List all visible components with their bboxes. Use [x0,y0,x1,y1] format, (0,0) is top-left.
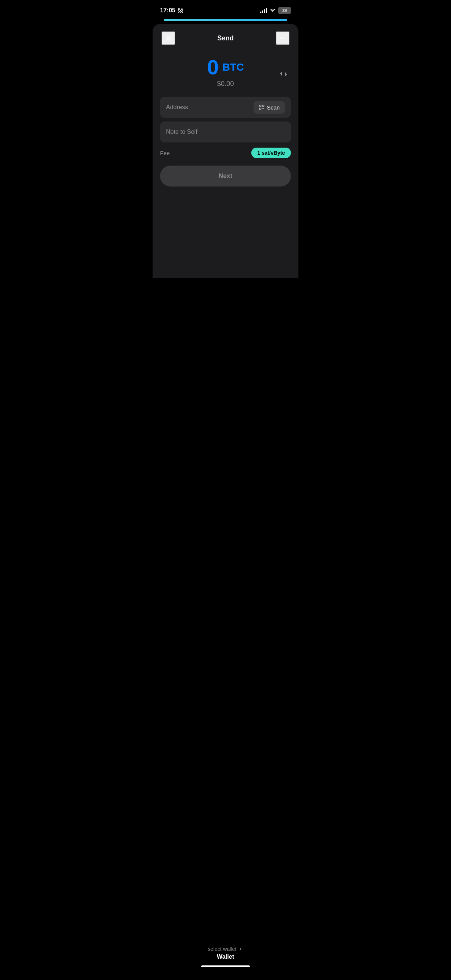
amount-value: 0 [207,57,219,78]
bell-slash-icon [178,8,183,13]
tab-indicator [164,19,287,21]
svg-rect-7 [263,105,264,107]
status-right: 28 [260,7,291,14]
svg-point-3 [280,37,281,38]
wifi-icon [269,8,276,13]
svg-rect-8 [260,108,261,110]
amount-currency: BTC [223,61,244,73]
fee-badge[interactable]: 1 sat/vByte [251,148,291,158]
scan-button[interactable]: Scan [253,101,285,114]
note-input[interactable] [166,121,285,142]
amount-row: 0 BTC [207,57,244,78]
amount-fiat: $0.00 [217,80,234,88]
amount-section: 0 BTC $0.00 [153,51,298,97]
svg-point-5 [284,37,285,38]
address-input-row: Scan [160,97,291,118]
signal-icon [260,8,267,13]
fee-row: Fee 1 sat/vByte [153,142,298,158]
status-time: 17:05 [160,7,183,14]
svg-rect-6 [260,105,261,107]
close-button[interactable] [161,32,175,45]
inputs-section: Scan [153,97,298,142]
fee-label: Fee [160,150,170,156]
modal-title: Send [217,34,234,42]
battery-indicator: 28 [278,7,291,14]
more-button[interactable] [276,32,290,45]
scan-icon [259,104,265,110]
modal-header: Send [153,24,298,51]
swap-icon[interactable] [277,68,290,80]
status-bar: 17:05 28 [153,0,298,19]
address-input[interactable] [166,97,253,118]
svg-point-4 [282,37,283,38]
note-input-row [160,121,291,142]
next-button[interactable]: Next [160,165,291,186]
modal-card: Send 0 BTC $0.00 [153,24,298,278]
